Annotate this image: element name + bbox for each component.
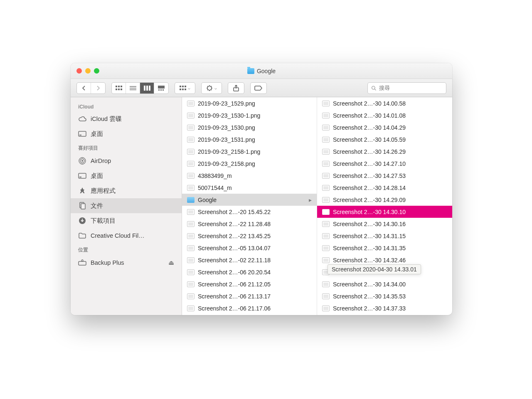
file-row[interactable]: Screenshot 2…-06 20.20.54 [182,266,317,278]
file-label: Screenshot 2…-30 14.35.53 [333,293,406,300]
file-row[interactable]: Screenshot 2…-02 22.11.18 [182,254,317,266]
file-row[interactable]: Screenshot 2…-30 14.27.10 [317,158,452,170]
forward-button[interactable] [91,83,105,94]
file-row[interactable]: Screenshot 2…-30 14.26.29 [317,145,452,158]
thumbnail-icon [187,101,195,106]
file-row[interactable]: 43883499_m [182,170,317,182]
sidebar-item[interactable]: 桌面 [71,126,182,141]
thumbnail-icon [187,257,195,263]
thumbnail-icon [322,101,330,106]
thumbnail-icon [187,161,195,167]
gallery-view-button[interactable] [154,83,168,94]
file-row[interactable]: Screenshot 2…-22 11.28.48 [182,218,317,230]
sidebar-item-label: 下載項目 [91,217,116,225]
file-row[interactable]: Screenshot 2…-30 14.00.58 [317,97,452,109]
file-row[interactable]: Screenshot 2…-20 15.45.22 [182,206,317,218]
cloud-icon [78,115,86,123]
search-input[interactable] [379,85,443,91]
file-row[interactable]: Screenshot 2…-30 14.05.59 [317,133,452,145]
column-view-button[interactable] [140,83,154,94]
thumbnail-icon [322,137,330,143]
svg-rect-32 [79,177,81,177]
thumbnail-icon [322,221,330,227]
back-button[interactable] [77,83,91,94]
thumbnail-icon [322,197,330,203]
thumbnail-icon [187,185,195,191]
file-row[interactable]: Screenshot 2…-06 21.13.17 [182,290,317,302]
file-label: 2019-09-23_1530-1.png [198,112,260,119]
share-button[interactable] [228,82,244,94]
file-label: 43883499_m [198,172,232,179]
thumbnail-icon [322,245,330,251]
column-1[interactable]: 2019-09-23_1529.png2019-09-23_1530-1.png… [182,97,317,315]
titlebar[interactable]: Google [71,63,452,79]
svg-rect-9 [144,86,145,91]
sidebar-item-label: AirDrop [91,158,111,164]
file-row[interactable]: Screenshot 2…-30 14.35.53 [317,290,452,302]
file-row[interactable]: Screenshot 2…-30 14.28.14 [317,182,452,194]
file-label: Google [198,197,217,203]
file-row[interactable]: Screenshot 2…-30 14.29.09 [317,194,452,206]
sidebar-item[interactable]: Backup Plus⏏ [71,255,182,270]
file-row[interactable]: 50071544_m [182,182,317,194]
column-2[interactable]: Screenshot 2…-30 14.00.58Screenshot 2…-3… [317,97,452,315]
file-row[interactable]: 2019-09-23_1530-1.png [182,109,317,121]
file-row[interactable]: 2019-09-23_1531.png [182,133,317,145]
file-row[interactable]: Screenshot 2…-05 13.04.07 [182,242,317,254]
file-row[interactable]: 2019-09-23_1529.png [182,97,317,109]
file-row[interactable]: Screenshot 2…-22 13.45.25 [182,230,317,242]
search-icon [371,85,377,91]
search-field[interactable] [367,82,446,94]
file-label: Screenshot 2…-20 15.45.22 [198,209,271,215]
file-row[interactable]: 2019-09-23_2158-1.png [182,145,317,158]
file-label: Screenshot 2…-06 20.20.54 [198,269,271,276]
sidebar-item[interactable]: Creative Cloud Fil… [71,228,182,243]
svg-rect-18 [185,86,186,87]
zoom-button[interactable] [94,68,99,74]
file-label: 2019-09-23_1530.png [198,124,255,131]
icon-view-button[interactable] [112,83,126,94]
file-row[interactable]: Screenshot 2…-30 14.30.10 [317,206,452,218]
group-button[interactable]: ⌵ [175,82,195,94]
airdrop-icon [78,157,86,165]
svg-rect-31 [79,173,86,178]
file-row[interactable]: Screenshot 2…-30 14.31.15 [317,230,452,242]
file-row[interactable]: Screenshot 2…-30 14.34.00 [317,278,452,290]
sidebar-item[interactable]: 下載項目 [71,213,182,228]
documents-icon [78,202,86,210]
sidebar-item[interactable]: AirDrop [71,153,182,168]
svg-rect-5 [121,89,122,90]
file-row[interactable]: Screenshot 2…-06 21.17.06 [182,302,317,314]
file-row[interactable]: Screenshot 2…-30 14.37.33 [317,302,452,314]
sidebar-heading: iCloud [71,101,182,111]
svg-line-25 [374,89,376,90]
tags-button[interactable] [250,82,267,94]
sidebar-item[interactable]: 文件 [71,198,182,213]
file-row[interactable]: Screenshot 2…-06 21.12.05 [182,278,317,290]
sidebar-item[interactable]: iCloud 雲碟 [71,111,182,126]
file-row[interactable]: Screenshot 2…-30 14.01.08 [317,109,452,121]
sidebar-item-label: 應用程式 [91,187,116,195]
sidebar[interactable]: iCloudiCloud 雲碟桌面喜好項目AirDrop桌面應用程式文件下載項目… [71,97,182,315]
file-label: Screenshot 2…-30 14.37.33 [333,305,406,312]
svg-rect-15 [163,89,164,91]
file-row[interactable]: 2019-09-23_2158.png [182,158,317,170]
file-row[interactable]: 2019-09-23_1530.png [182,121,317,133]
sidebar-item[interactable]: 桌面 [71,168,182,183]
file-label: Screenshot 2…-30 14.29.09 [333,197,406,203]
file-row[interactable]: Screenshot 2…-30 14.30.16 [317,218,452,230]
file-row[interactable]: Screenshot 2…-30 14.31.35 [317,242,452,254]
close-button[interactable] [76,68,82,74]
eject-icon[interactable]: ⏏ [168,259,174,266]
file-label: Screenshot 2…-30 14.04.29 [333,124,406,131]
file-row[interactable]: Screenshot 2…-30 14.04.29 [317,121,452,133]
minimize-button[interactable] [85,68,91,74]
action-button[interactable]: ⌵ [201,82,222,94]
thumbnail-icon [322,293,330,299]
folder-row[interactable]: Google▸ [182,194,317,206]
list-view-button[interactable] [126,83,140,94]
svg-rect-3 [116,89,117,90]
file-label: Screenshot 2…-30 14.01.08 [333,112,406,119]
file-row[interactable]: Screenshot 2…-30 14.27.53 [317,170,452,182]
sidebar-item[interactable]: 應用程式 [71,183,182,198]
